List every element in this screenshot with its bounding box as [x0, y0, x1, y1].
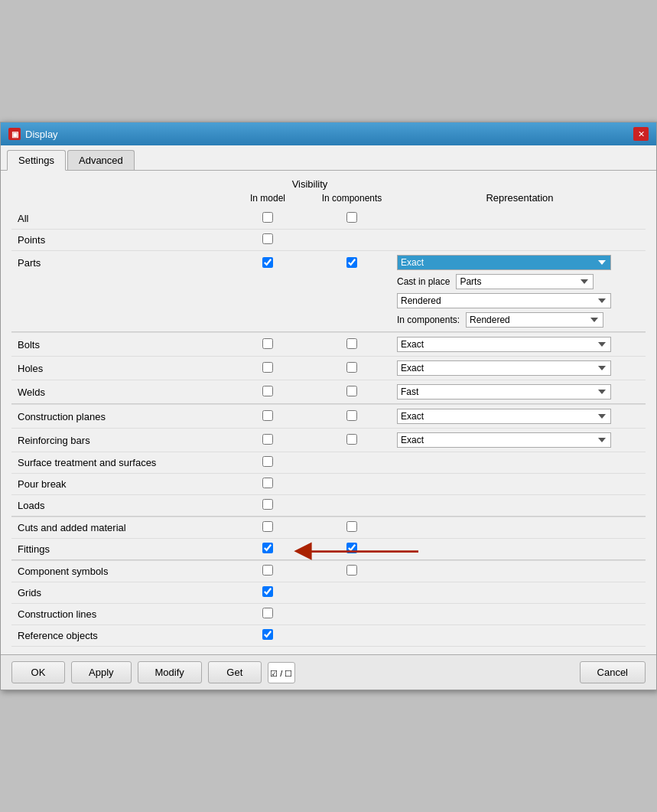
welds-repr-dropdown[interactable]: FastExactRendered	[397, 384, 611, 399]
all-repr	[394, 208, 646, 230]
surface-treatment-in-model-checkbox[interactable]	[262, 456, 273, 467]
construction-planes-in-model-checkbox[interactable]	[262, 410, 273, 421]
parts-repr-block: Exact Fast Rendered Cast in place Parts …	[397, 255, 642, 328]
bolts-in-model	[226, 333, 310, 357]
row-grids: Grids	[11, 582, 646, 604]
cuts-added-in-model	[226, 517, 310, 539]
in-components-repr-dropdown[interactable]: Rendered Exact Fast	[466, 312, 603, 328]
welds-in-model	[226, 380, 310, 404]
loads-in-model-checkbox[interactable]	[262, 499, 273, 510]
settings-table: All Points	[11, 208, 646, 647]
bolts-in-model-checkbox[interactable]	[262, 338, 273, 349]
row-all: All	[11, 208, 646, 230]
label-fittings: Fittings	[11, 539, 226, 560]
row-bolts: Bolts ExactFastRendered	[11, 333, 646, 357]
fittings-in-components-checkbox[interactable]	[346, 543, 357, 553]
reinforcing-bars-in-components-checkbox[interactable]	[346, 434, 357, 445]
parts-in-components-checkbox[interactable]	[346, 257, 357, 268]
display-window: ▣ Display ✕ Settings Advanced Visibility…	[0, 122, 657, 690]
footer: OK Apply Modify Get ☑ / ☐ Cancel	[1, 654, 656, 690]
tab-advanced[interactable]: Advanced	[67, 150, 135, 170]
points-in-model-checkbox[interactable]	[262, 233, 273, 244]
component-symbols-in-model-checkbox[interactable]	[262, 565, 273, 576]
construction-planes-repr-dropdown[interactable]: ExactFastRendered	[397, 409, 611, 424]
construction-planes-in-model	[226, 405, 310, 429]
ok-button[interactable]: OK	[11, 661, 65, 683]
cancel-button[interactable]: Cancel	[580, 661, 646, 683]
visibility-label: Visibility	[226, 178, 394, 190]
parts-rendered-dropdown[interactable]: Rendered Exact Fast	[397, 293, 611, 308]
row-pour-break: Pour break	[11, 474, 646, 495]
checkmarks-toggle[interactable]: ☑ / ☐	[268, 662, 295, 683]
welds-repr: FastExactRendered	[394, 380, 646, 404]
get-button[interactable]: Get	[208, 661, 262, 683]
parts-repr: Exact Fast Rendered Cast in place Parts …	[394, 251, 646, 332]
label-loads: Loads	[11, 495, 226, 517]
construction-planes-in-components-checkbox[interactable]	[346, 410, 357, 421]
welds-in-components	[310, 380, 394, 404]
representation-header: Representation	[394, 192, 646, 204]
holes-in-model	[226, 357, 310, 380]
window-title: Display	[25, 129, 58, 140]
parts-main-dropdown[interactable]: Exact Fast Rendered	[397, 255, 611, 270]
welds-in-model-checkbox[interactable]	[262, 386, 273, 396]
pour-break-in-model-checkbox[interactable]	[262, 478, 273, 488]
in-components-repr-label: In components:	[397, 315, 460, 325]
parts-in-model-checkbox[interactable]	[262, 257, 273, 268]
in-model-header: In model	[226, 193, 310, 204]
title-bar: ▣ Display ✕	[1, 122, 656, 145]
row-points: Points	[11, 230, 646, 251]
app-icon: ▣	[8, 128, 21, 140]
label-welds: Welds	[11, 380, 226, 404]
construction-lines-in-model-checkbox[interactable]	[262, 608, 273, 618]
fittings-arrow-container: ◀—————	[346, 543, 357, 556]
pour-break-in-components	[310, 474, 394, 495]
welds-in-components-checkbox[interactable]	[346, 386, 357, 396]
bolts-in-components-checkbox[interactable]	[346, 338, 357, 349]
component-symbols-in-components	[310, 561, 394, 582]
bolts-repr-dropdown[interactable]: ExactFastRendered	[397, 337, 611, 352]
component-symbols-in-components-checkbox[interactable]	[346, 565, 357, 576]
reinforcing-bars-in-model-checkbox[interactable]	[262, 434, 273, 445]
reference-objects-in-model-checkbox[interactable]	[262, 629, 273, 640]
all-in-model-checkbox[interactable]	[262, 212, 273, 223]
modify-button[interactable]: Modify	[138, 661, 202, 683]
reinforcing-bars-repr-dropdown[interactable]: ExactFastRendered	[397, 432, 611, 448]
label-construction-lines: Construction lines	[11, 604, 226, 625]
holes-repr: ExactFastRendered	[394, 357, 646, 380]
loads-repr	[394, 495, 646, 517]
close-button[interactable]: ✕	[633, 127, 649, 141]
parts-in-components	[310, 251, 394, 332]
grids-in-model	[226, 582, 310, 604]
reference-objects-repr	[394, 625, 646, 647]
grids-in-model-checkbox[interactable]	[262, 586, 273, 597]
construction-lines-in-model	[226, 604, 310, 625]
representation-label: Representation	[394, 192, 646, 204]
label-grids: Grids	[11, 582, 226, 604]
holes-in-model-checkbox[interactable]	[262, 362, 273, 373]
holes-in-components-checkbox[interactable]	[346, 362, 357, 373]
fittings-repr	[394, 539, 646, 560]
parts-main-dropdown-row: Exact Fast Rendered	[397, 255, 642, 270]
parts-rendered-row: Rendered Exact Fast	[397, 293, 642, 308]
label-reinforcing-bars: Reinforcing bars	[11, 429, 226, 452]
row-construction-lines: Construction lines	[11, 604, 646, 625]
holes-repr-dropdown[interactable]: ExactFastRendered	[397, 360, 611, 376]
row-cuts-added: Cuts and added material	[11, 517, 646, 539]
points-in-components	[310, 230, 394, 251]
pour-break-repr	[394, 474, 646, 495]
all-in-components-checkbox[interactable]	[346, 212, 357, 223]
points-in-model	[226, 230, 310, 251]
row-fittings: Fittings ◀—————	[11, 539, 646, 560]
label-reference-objects: Reference objects	[11, 625, 226, 647]
tab-settings[interactable]: Settings	[7, 150, 66, 171]
cuts-added-in-components-checkbox[interactable]	[346, 521, 357, 532]
label-bolts: Bolts	[11, 333, 226, 357]
fittings-in-model-checkbox[interactable]	[262, 543, 273, 553]
apply-button[interactable]: Apply	[71, 661, 132, 683]
points-repr	[394, 230, 646, 251]
row-reinforcing-bars: Reinforcing bars ExactFastRendered	[11, 429, 646, 452]
cuts-added-in-model-checkbox[interactable]	[262, 521, 273, 532]
grids-in-components	[310, 582, 394, 604]
cast-in-place-dropdown[interactable]: Parts All	[456, 274, 594, 289]
